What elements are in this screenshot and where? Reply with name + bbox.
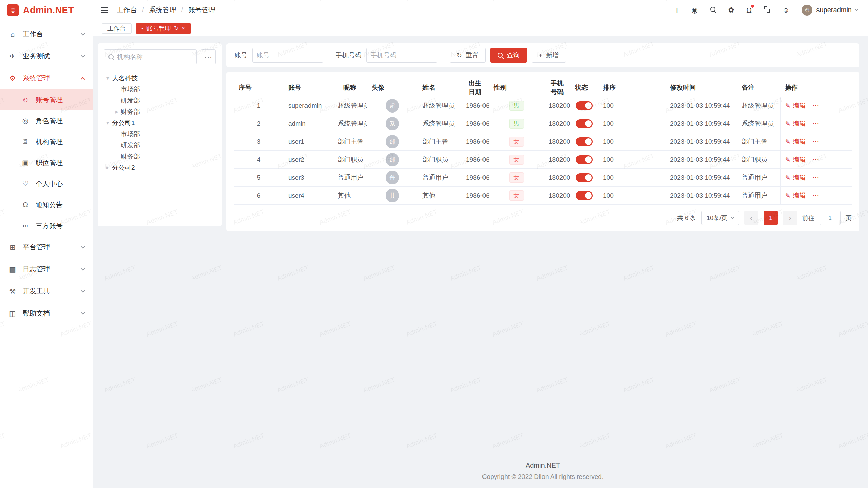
tree-node[interactable]: 财务部 [104, 106, 216, 117]
theme-color-icon[interactable]: ◉ [691, 6, 697, 14]
cell-remark: 普通用户 [737, 187, 780, 205]
page-1-button[interactable]: 1 [764, 211, 778, 225]
user-menu[interactable]: ☺ superadmin [802, 5, 858, 16]
cell-account: superadmin [283, 97, 333, 115]
tree-node[interactable]: 市场部 [104, 128, 216, 140]
bell-glyph: Ω [746, 6, 752, 14]
tab[interactable]: ● 工作台 ↻ × [102, 23, 132, 34]
row-more-button[interactable]: ⋯ [812, 138, 820, 145]
column-header: 状态 [570, 79, 598, 97]
cell-gender: 女 [489, 169, 544, 187]
sidebar-item[interactable]: ⌂ 工作台 [0, 23, 93, 45]
sidebar-item[interactable]: ⚙ 系统管理 [0, 67, 93, 89]
tree-node[interactable]: 研发部 [104, 140, 216, 151]
breadcrumb-separator: / [142, 6, 144, 14]
sidebar-item[interactable]: ▣ 职位管理 [0, 152, 93, 173]
tree-node[interactable]: 分公司1 [104, 117, 216, 128]
status-toggle[interactable] [576, 119, 593, 128]
sidebar-item[interactable]: ✈ 业务测试 [0, 45, 93, 67]
edit-button[interactable]: ✎ 编辑 [785, 191, 806, 200]
business-test-icon: ✈ [8, 52, 17, 60]
sidebar-item[interactable]: ♖ 机构管理 [0, 131, 93, 152]
cell-phone: 18020030720 [544, 151, 570, 169]
search-button[interactable]: 查询 [490, 48, 527, 63]
sidebar-item[interactable]: Ω 通知公告 [0, 194, 93, 215]
tab[interactable]: ● 账号管理 ↻ × [136, 23, 191, 34]
row-more-button[interactable]: ⋯ [812, 191, 820, 199]
next-page-button[interactable]: › [783, 211, 797, 225]
row-more-button[interactable]: ⋯ [812, 102, 820, 109]
gender-tag: 女 [509, 137, 524, 147]
cell-nickname: 部门职员 [333, 151, 367, 169]
lock-screen-icon[interactable]: ☺ [782, 6, 789, 14]
fullscreen-icon[interactable] [764, 6, 770, 14]
caret-icon[interactable] [104, 75, 112, 81]
phone-input[interactable] [371, 52, 433, 59]
tree-node[interactable]: 分公司2 [104, 162, 216, 173]
cell-modified-time: 2023-01-03 10:59:44 [665, 187, 737, 205]
caret-icon[interactable] [104, 120, 112, 126]
notification-icon[interactable]: Ω [746, 6, 752, 14]
tab-refresh-icon[interactable]: ↻ [174, 25, 179, 32]
status-toggle[interactable] [576, 155, 593, 164]
org-more-button[interactable]: ⋯ [201, 49, 216, 64]
edit-button[interactable]: ✎ 编辑 [785, 173, 806, 182]
breadcrumb-item[interactable]: 系统管理 [149, 5, 176, 15]
breadcrumb-item[interactable]: 工作台 [117, 5, 137, 15]
edit-button[interactable]: ✎ 编辑 [785, 119, 806, 128]
sidebar-item[interactable]: ⚒ 开发工具 [0, 280, 93, 302]
edit-label: 编辑 [793, 173, 806, 182]
cell-remark: 普通用户 [737, 169, 780, 187]
cell-actions: ✎ 编辑 ⋯ [780, 133, 852, 151]
gender-tag: 女 [509, 155, 524, 165]
add-button[interactable]: + 新增 [532, 48, 566, 63]
sidebar-item[interactable]: ◎ 角色管理 [0, 110, 93, 131]
status-toggle[interactable] [576, 191, 593, 200]
avatar: 系 [386, 117, 399, 130]
caret-icon[interactable] [113, 108, 121, 115]
sidebar-item-label: 系统管理 [23, 74, 50, 83]
edit-button[interactable]: ✎ 编辑 [785, 155, 806, 164]
sidebar-item[interactable]: ☺ 账号管理 [0, 89, 93, 110]
caret-icon[interactable] [104, 164, 112, 171]
row-more-button[interactable]: ⋯ [812, 120, 820, 127]
cell-nickname: 其他 [333, 187, 367, 205]
edit-button[interactable]: ✎ 编辑 [785, 101, 806, 110]
cell-account: admin [283, 115, 333, 133]
cell-actions: ✎ 编辑 ⋯ [780, 187, 852, 205]
status-toggle[interactable] [576, 101, 593, 110]
edit-button[interactable]: ✎ 编辑 [785, 137, 806, 146]
goto-page-input[interactable] [820, 211, 841, 225]
tree-node[interactable]: 研发部 [104, 95, 216, 106]
sidebar-item[interactable]: ⊞ 平台管理 [0, 236, 93, 258]
account-input[interactable] [257, 52, 319, 59]
org-search-input[interactable] [117, 53, 192, 61]
row-more-button[interactable]: ⋯ [812, 174, 820, 181]
search-icon[interactable] [710, 6, 716, 14]
reset-button[interactable]: ↻ 重置 [450, 48, 486, 63]
cell-sort: 100 [598, 115, 665, 133]
status-toggle[interactable] [576, 173, 593, 182]
menu-toggle-icon[interactable] [101, 7, 108, 13]
tree-node[interactable]: 大名科技 [104, 73, 216, 84]
sidebar-item[interactable]: ∞ 三方账号 [0, 215, 93, 236]
tree-node-label: 研发部 [121, 141, 140, 150]
sidebar-item[interactable]: ▤ 日志管理 [0, 258, 93, 280]
cell-index: 4 [234, 151, 283, 169]
status-toggle[interactable] [576, 137, 593, 146]
chevron-icon [81, 31, 85, 36]
org-search-wrap [104, 49, 197, 64]
cell-modified-time: 2023-01-03 10:59:44 [665, 151, 737, 169]
theme-skin-icon[interactable]: ✿ [728, 6, 734, 14]
search-icon [497, 52, 504, 58]
font-size-icon[interactable]: T [675, 6, 679, 14]
docs-icon: ◫ [8, 309, 17, 318]
tree-node[interactable]: 市场部 [104, 84, 216, 95]
sidebar-item[interactable]: ◫ 帮助文档 [0, 302, 93, 324]
row-more-button[interactable]: ⋯ [812, 156, 820, 163]
page-size-select[interactable]: 10条/页 [701, 211, 739, 225]
prev-page-button[interactable]: ‹ [744, 211, 758, 225]
sidebar-item[interactable]: ♡ 个人中心 [0, 173, 93, 194]
tab-close-icon[interactable]: × [182, 25, 185, 32]
tree-node[interactable]: 财务部 [104, 151, 216, 162]
